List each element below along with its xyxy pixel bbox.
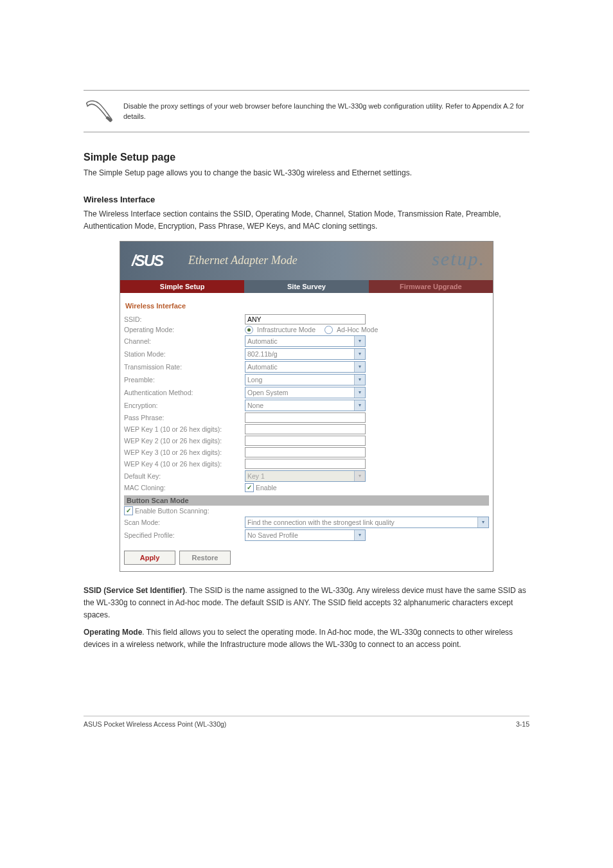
label-station-mode: Station Mode:: [124, 350, 245, 358]
encryption-value: None: [247, 402, 263, 409]
apply-button[interactable]: Apply: [124, 551, 175, 565]
paragraph-operating-mode: Operating Mode. This field allows you to…: [84, 626, 529, 651]
chevron-down-icon: ▾: [477, 517, 488, 527]
wep1-input[interactable]: [245, 424, 366, 434]
label-pass-phrase: Pass Phrase:: [124, 414, 245, 421]
auth-method-value: Open System: [247, 389, 289, 396]
label-wep4: WEP Key 4 (10 or 26 hex digits):: [124, 460, 245, 468]
page-footer: ASUS Pocket Wireless Access Point (WL-33…: [84, 716, 529, 728]
radio-infrastructure[interactable]: [245, 326, 253, 334]
pencil-icon: [84, 98, 116, 124]
auth-method-select[interactable]: Open System ▾: [245, 387, 366, 398]
label-mac-cloning: MAC Cloning:: [124, 484, 245, 492]
sub-description: The Wireless Interface section contains …: [84, 208, 529, 233]
opmode-desc: . This field allows you to select the op…: [84, 628, 513, 649]
asus-logo: /SUS: [132, 252, 163, 270]
label-operating-mode: Operating Mode:: [124, 326, 245, 333]
main-description: The Simple Setup page allows you to chan…: [84, 167, 529, 179]
section-wireless-interface: Wireless Interface: [124, 298, 489, 314]
label-channel: Channel:: [124, 337, 245, 345]
mode-title: Ethernet Adapter Mode: [188, 254, 298, 267]
transmission-rate-value: Automatic: [247, 363, 278, 371]
mac-cloning-checkbox[interactable]: ✓: [245, 483, 254, 492]
chevron-down-icon: ▾: [354, 375, 365, 385]
ssid-input[interactable]: [245, 314, 366, 324]
wep2-input[interactable]: [245, 436, 366, 446]
label-wep1: WEP Key 1 (10 or 26 hex digits):: [124, 425, 245, 433]
encryption-select[interactable]: None ▾: [245, 400, 366, 411]
radio-infrastructure-label: Infrastructure Mode: [257, 326, 315, 333]
footer-left: ASUS Pocket Wireless Access Point (WL-33…: [84, 720, 226, 728]
setup-word: setup.: [432, 248, 485, 270]
label-scan-mode: Scan Mode:: [124, 518, 245, 526]
opmode-term: Operating Mode: [84, 628, 142, 637]
chevron-down-icon: ▾: [354, 362, 365, 372]
chevron-down-icon: ▾: [354, 336, 365, 346]
channel-select[interactable]: Automatic ▾: [245, 335, 366, 347]
config-screenshot: /SUS Ethernet Adapter Mode setup. Simple…: [120, 241, 493, 572]
chevron-down-icon: ▾: [354, 471, 365, 481]
tab-simple-setup[interactable]: Simple Setup: [120, 280, 244, 293]
wep4-input[interactable]: [245, 459, 366, 469]
label-enable-button-scanning: Enable Button Scanning:: [135, 507, 209, 515]
chevron-down-icon: ▾: [354, 400, 365, 411]
station-mode-select[interactable]: 802.11b/g ▾: [245, 348, 366, 360]
paragraph-ssid: SSID (Service Set Identifier). The SSID …: [84, 585, 529, 622]
default-key-value: Key 1: [247, 472, 265, 480]
channel-value: Automatic: [247, 337, 278, 345]
label-wep2: WEP Key 2 (10 or 26 hex digits):: [124, 437, 245, 445]
label-preamble: Preamble:: [124, 376, 245, 384]
label-default-key: Default Key:: [124, 472, 245, 480]
label-transmission-rate: Transmission Rate:: [124, 363, 245, 371]
note-block: Disable the proxy settings of your web b…: [84, 90, 529, 132]
section-button-scan-mode: Button Scan Mode: [124, 495, 489, 506]
radio-adhoc-label: Ad-Hoc Mode: [337, 326, 378, 333]
tab-site-survey[interactable]: Site Survey: [244, 280, 368, 293]
label-wep3: WEP Key 3 (10 or 26 hex digits):: [124, 448, 245, 456]
label-encryption: Encryption:: [124, 402, 245, 409]
tabs-row: Simple Setup Site Survey Firmware Upgrad…: [120, 280, 493, 293]
chevron-down-icon: ▾: [354, 387, 365, 398]
restore-button[interactable]: Restore: [179, 551, 231, 565]
preamble-value: Long: [247, 376, 262, 384]
specified-profile-value: No Saved Profile: [247, 531, 298, 539]
mac-cloning-enable-label: Enable: [256, 484, 277, 492]
label-auth-method: Authentication Method:: [124, 389, 245, 396]
wep3-input[interactable]: [245, 447, 366, 457]
radio-adhoc[interactable]: [324, 326, 333, 334]
page-title: Simple Setup page: [84, 152, 529, 163]
screenshot-header: /SUS Ethernet Adapter Mode setup.: [120, 242, 493, 280]
footer-right: 3-15: [516, 720, 529, 728]
sub-heading-wireless: Wireless Interface: [84, 195, 529, 204]
specified-profile-select[interactable]: No Saved Profile ▾: [245, 529, 366, 541]
enable-button-scanning-checkbox[interactable]: ✓: [124, 506, 133, 515]
label-ssid: SSID:: [124, 315, 245, 323]
chevron-down-icon: ▾: [354, 349, 365, 359]
pass-phrase-input[interactable]: [245, 412, 366, 423]
note-text: Disable the proxy settings of your web b…: [123, 101, 529, 122]
transmission-rate-select[interactable]: Automatic ▾: [245, 361, 366, 373]
scan-mode-value: Find the connection with the strongest l…: [247, 518, 395, 526]
scan-mode-select[interactable]: Find the connection with the strongest l…: [245, 517, 489, 528]
chevron-down-icon: ▾: [354, 530, 365, 540]
ssid-term: SSID (Service Set Identifier): [84, 586, 185, 595]
station-mode-value: 802.11b/g: [247, 350, 278, 358]
default-key-select: Key 1 ▾: [245, 470, 366, 482]
label-specified-profile: Specified Profile:: [124, 531, 245, 539]
preamble-select[interactable]: Long ▾: [245, 374, 366, 385]
tab-firmware-upgrade[interactable]: Firmware Upgrade: [369, 280, 493, 293]
